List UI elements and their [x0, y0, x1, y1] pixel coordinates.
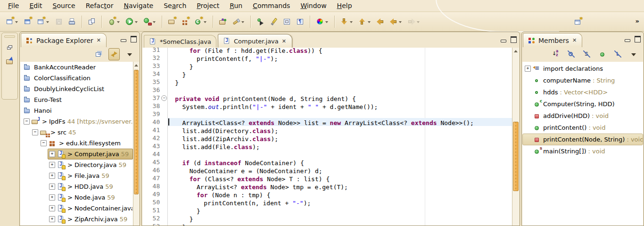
new-package-button[interactable]: [180, 16, 191, 28]
collapse-all-button[interactable]: [93, 48, 104, 60]
editor-scrollbar[interactable]: [512, 48, 519, 226]
member-item[interactable]: smain(String[]) : void: [522, 145, 643, 157]
maximize-button[interactable]: [635, 36, 641, 42]
dropdown-arrow-icon[interactable]: [398, 18, 403, 25]
print-button[interactable]: [66, 16, 78, 28]
menu-run[interactable]: Run: [224, 0, 248, 11]
fold-collapse-icon[interactable]: −: [161, 95, 167, 101]
tree-item[interactable]: −> IpdFs44[https://svnserver.i: [20, 116, 133, 127]
menu-file[interactable]: File: [3, 0, 24, 11]
debug-button[interactable]: [106, 16, 122, 28]
copy-button[interactable]: [86, 16, 98, 28]
minimize-button[interactable]: [625, 39, 630, 42]
editor-tab[interactable]: Computer.java✕: [218, 34, 292, 48]
new-java-window-button[interactable]: [22, 16, 33, 28]
tree-item[interactable]: +> ZipArchiv.java59: [20, 214, 133, 225]
tree-item[interactable]: +> Directory.java59: [20, 159, 133, 170]
member-item[interactable]: addDrive(HDD) : void: [522, 110, 643, 122]
hide-static-button[interactable]: [581, 48, 593, 60]
scrollbar-thumb[interactable]: [513, 122, 519, 191]
code-line[interactable]: list.add(Directory.class);: [168, 126, 512, 134]
dropdown-arrow-icon[interactable]: [325, 18, 329, 25]
code-line[interactable]: }: [168, 70, 512, 78]
dropdown-arrow-icon[interactable]: [416, 18, 421, 25]
dropdown-arrow-icon[interactable]: [152, 18, 157, 25]
restore-views-button[interactable]: [4, 42, 16, 54]
tree-item[interactable]: −> src45: [20, 127, 133, 138]
code-line[interactable]: }: [168, 214, 512, 222]
tree-item[interactable]: +> Computer.java59: [20, 149, 133, 159]
external-tools-button[interactable]: [142, 16, 158, 28]
tree-item[interactable]: BankAccountReader: [20, 62, 133, 73]
member-item[interactable]: +import declarations: [522, 63, 643, 75]
code-line[interactable]: [168, 110, 512, 118]
close-icon[interactable]: ✕: [571, 37, 578, 44]
expander-plus-icon[interactable]: +: [49, 194, 55, 201]
hide-local-types-button[interactable]: [612, 48, 624, 60]
scroll-up-arrow[interactable]: [133, 62, 139, 68]
code-line[interactable]: }: [168, 78, 512, 86]
dropdown-arrow-icon[interactable]: [367, 18, 372, 25]
expander-plus-icon[interactable]: +: [525, 66, 531, 72]
minimize-button[interactable]: [501, 40, 506, 42]
menu-source[interactable]: Source: [48, 0, 81, 11]
show-public-button[interactable]: [597, 48, 608, 60]
code-line[interactable]: ArrayList<Class<? extends Node>> list = …: [168, 118, 512, 126]
code-line[interactable]: ArrayList<? extends Node> tmp = e.get(T)…: [168, 182, 512, 190]
menu-navigate[interactable]: Navigate: [118, 0, 158, 11]
code-line[interactable]: NodeContainer e = (NodeContainer) d;: [168, 166, 512, 174]
line-number-gutter[interactable]: 31323334353637−3839404142434445464748495…: [142, 48, 168, 226]
menu-commands[interactable]: Commands: [248, 0, 295, 11]
code-line[interactable]: [168, 150, 512, 158]
toolbar-overflow-chevron[interactable]: »: [636, 17, 639, 25]
dropdown-arrow-icon[interactable]: [15, 18, 19, 25]
expander-minus-icon[interactable]: −: [32, 129, 38, 135]
package-explorer-scrollbar[interactable]: [133, 62, 139, 226]
maximize-button[interactable]: [511, 36, 517, 43]
code-line[interactable]: }: [168, 62, 512, 70]
dropdown-arrow-icon[interactable]: [116, 18, 121, 25]
member-item[interactable]: printContent(Node, String) : void: [522, 134, 643, 145]
menu-search[interactable]: Search: [158, 0, 191, 11]
new-wizard-button[interactable]: [4, 16, 20, 28]
open-perspective-button[interactable]: [4, 55, 16, 67]
expander-minus-icon[interactable]: −: [41, 140, 47, 146]
editor-tab[interactable]: *SomeClass.java: [144, 35, 216, 48]
previous-annotation-button[interactable]: [357, 16, 373, 28]
dropdown-arrow-icon[interactable]: [241, 18, 245, 25]
tree-item[interactable]: Euro-Test: [20, 94, 133, 105]
expander-plus-icon[interactable]: +: [49, 216, 55, 222]
code-line[interactable]: list.add(ZipArchiv.class);: [168, 134, 512, 142]
view-menu-button[interactable]: [124, 48, 135, 60]
open-view-button[interactable]: [572, 16, 584, 28]
menu-project[interactable]: Project: [191, 0, 224, 11]
menu-edit[interactable]: Edit: [24, 0, 47, 11]
search-button[interactable]: [231, 16, 247, 28]
menu-window[interactable]: Window: [295, 0, 331, 11]
code-line[interactable]: }: [168, 206, 512, 214]
show-whitespace-button[interactable]: [295, 16, 306, 28]
tree-item[interactable]: ColorClassification: [20, 73, 133, 84]
expander-plus-icon[interactable]: +: [49, 162, 55, 168]
dropdown-arrow-icon[interactable]: [134, 18, 139, 25]
code-line[interactable]: if (d instanceof NodeContainer) {: [168, 158, 512, 166]
link-with-editor-button[interactable]: [108, 48, 120, 60]
open-type-button[interactable]: [217, 16, 229, 28]
code-line[interactable]: printContent(n, ident + "-");: [168, 198, 512, 206]
run-button[interactable]: [124, 16, 140, 28]
color-palette-button[interactable]: [314, 16, 330, 28]
expander-plus-icon[interactable]: +: [49, 151, 55, 157]
dropdown-arrow-icon[interactable]: [349, 18, 354, 25]
code-line[interactable]: list.add(File.class);: [168, 142, 512, 150]
tree-item[interactable]: Hanoi: [20, 105, 133, 116]
tree-item[interactable]: +> Node.java59: [20, 192, 133, 203]
dropdown-arrow-icon[interactable]: [46, 18, 50, 25]
members-tab[interactable]: Members ✕: [523, 33, 582, 47]
minimize-button[interactable]: [121, 39, 126, 42]
code-line[interactable]: printContent(f, "|-");: [168, 54, 512, 62]
code-line[interactable]: [168, 86, 512, 94]
tree-item[interactable]: +> File.java59: [20, 170, 133, 181]
new-class-button[interactable]: [193, 16, 209, 28]
tree-item[interactable]: +> NodeContainer.java59: [20, 203, 133, 214]
new-java-project-button[interactable]: [166, 16, 178, 28]
